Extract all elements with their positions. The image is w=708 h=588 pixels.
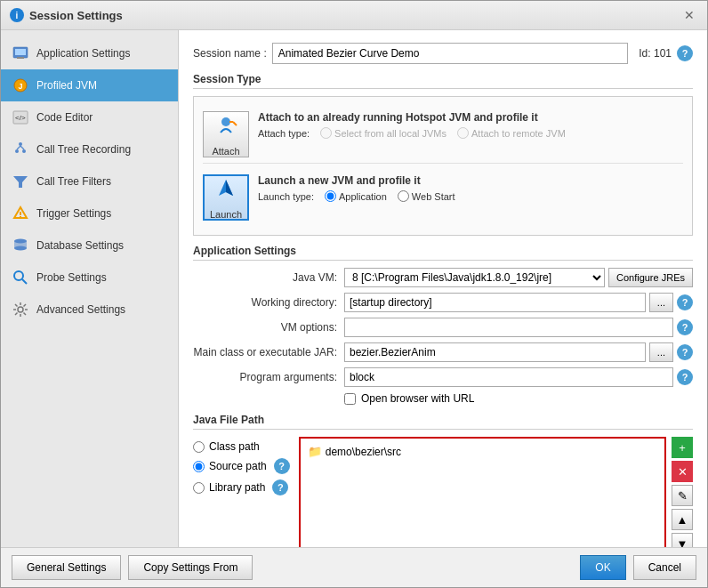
svg-point-10 [15,149,19,153]
sidebar-item-probe-settings[interactable]: Probe Settings [1,262,178,294]
attach-icon [213,113,238,143]
open-browser-row: Open browser with URL [344,392,693,405]
sidebar-item-application-settings[interactable]: Application Settings [1,37,178,69]
sidebar-label-profiled-jvm: Profiled JVM [36,79,97,92]
profiled-jvm-icon: J [12,77,29,94]
launch-icon [213,176,238,206]
launch-radio-application-input[interactable] [325,190,336,202]
library-path-radio-label[interactable]: Library path ? [193,479,290,495]
source-path-help-button[interactable]: ? [274,458,290,474]
program-args-input[interactable] [344,367,673,387]
main-class-help-button[interactable]: ? [677,344,693,360]
session-id-help-button[interactable]: ? [677,45,693,61]
main-class-control: ... ? [344,342,693,362]
edit-path-button[interactable]: ✎ [672,485,693,506]
add-path-button[interactable]: + [672,437,693,458]
app-settings-title: Application Settings [193,245,693,261]
launch-radio-webstart[interactable]: Web Start [398,190,455,202]
sidebar-item-database-settings[interactable]: Database Settings [1,230,178,262]
session-name-row: Session name : Id: 101 ? [193,43,693,64]
sidebar-item-profiled-jvm[interactable]: J Profiled JVM [1,69,178,101]
svg-rect-1 [15,49,26,55]
advanced-settings-icon [12,301,29,318]
svg-rect-2 [17,57,24,59]
sidebar-label-advanced-settings: Advanced Settings [36,303,125,316]
file-path-layout: Class path Source path ? Library path ? [193,437,693,547]
svg-point-18 [14,246,27,251]
path-list[interactable]: 📁 demo\bezier\src [299,437,666,547]
svg-point-22 [221,117,230,126]
svg-point-21 [18,307,23,312]
program-args-help-button[interactable]: ? [677,369,693,385]
working-dir-row: Working directory: ... ? [193,293,693,312]
svg-text:J: J [18,82,22,91]
svg-point-7 [19,142,22,146]
launch-radio-webstart-input[interactable] [398,190,409,202]
main-class-row: Main class or executable JAR: ... ? [193,342,693,362]
sidebar-item-trigger-settings[interactable]: Trigger Settings [1,197,178,230]
library-path-radio[interactable] [193,482,205,494]
footer: General Settings Copy Settings From OK C… [1,547,707,587]
vm-options-control: ? [344,318,693,337]
launch-button[interactable]: Launch [203,174,249,221]
svg-point-19 [14,271,23,280]
footer-left-buttons: General Settings Copy Settings From [12,555,253,580]
dialog-title: Session Settings [29,9,123,22]
general-settings-button[interactable]: General Settings [12,555,121,580]
attach-radio-local-input[interactable] [320,127,332,139]
program-args-row: Program arguments: ? [193,367,693,387]
open-browser-checkbox[interactable] [344,393,356,405]
sidebar: Application Settings J Profiled JVM </> … [1,30,179,547]
main-class-input[interactable] [344,342,646,362]
sidebar-item-call-tree-filters[interactable]: Call Tree Filters [1,165,178,197]
java-vm-select[interactable]: 8 [C:\Program Files\Java\jdk1.8.0_192\jr… [344,268,605,287]
open-browser-label[interactable]: Open browser with URL [361,392,474,405]
java-vm-control: 8 [C:\Program Files\Java\jdk1.8.0_192\jr… [344,268,693,287]
launch-title: Launch a new JVM and profile it [258,174,683,187]
move-down-button[interactable]: ▼ [672,533,693,547]
svg-marker-12 [13,176,28,188]
close-button[interactable]: ✕ [680,6,698,24]
attach-button[interactable]: Attach [203,111,249,157]
source-path-radio-label[interactable]: Source path ? [193,458,290,474]
vm-options-input[interactable] [344,318,673,337]
call-tree-filters-icon [12,173,29,190]
svg-line-9 [20,146,24,149]
vm-options-help-button[interactable]: ? [677,319,693,335]
java-vm-label: Java VM: [193,271,344,284]
launch-row: Launch Launch a new JVM and profile it L… [203,169,683,226]
attach-radio-remote[interactable]: Attach to remote JVM [457,127,566,139]
attach-radio-remote-input[interactable] [457,127,469,139]
path-item: 📁 demo\bezier\src [304,442,661,461]
source-path-radio[interactable] [193,461,205,472]
sidebar-label-call-tree-filters: Call Tree Filters [36,175,111,188]
main-content: Session name : Id: 101 ? Session Type At… [179,30,707,547]
move-up-button[interactable]: ▲ [672,509,693,530]
cancel-button[interactable]: Cancel [633,555,696,580]
sidebar-label-database-settings: Database Settings [36,239,124,252]
remove-path-button[interactable]: ✕ [672,461,693,482]
configure-jres-button[interactable]: Configure JREs [608,268,693,287]
sidebar-item-code-editor[interactable]: </> Code Editor [1,101,178,133]
attach-type-radio-group: Attach type: Select from all local JVMs … [258,127,683,139]
launch-radio-application[interactable]: Application [325,190,387,202]
class-path-radio-label[interactable]: Class path [193,440,290,453]
java-file-path-section: Class path Source path ? Library path ? [193,437,693,547]
working-dir-label: Working directory: [193,296,344,309]
working-dir-browse-button[interactable]: ... [649,293,673,312]
working-dir-input[interactable] [344,293,646,312]
library-path-help-button[interactable]: ? [272,479,288,495]
dialog-icon: i [10,8,24,22]
working-dir-help-button[interactable]: ? [677,294,693,310]
launch-type-label: Launch type: [258,191,314,202]
session-name-input[interactable] [272,43,629,64]
main-class-browse-button[interactable]: ... [649,342,673,362]
ok-button[interactable]: OK [580,555,625,580]
attach-radio-local[interactable]: Select from all local JVMs [320,127,447,139]
copy-settings-from-button[interactable]: Copy Settings From [128,555,253,580]
class-path-radio[interactable] [193,441,205,453]
sidebar-item-call-tree-recording[interactable]: Call Tree Recording [1,133,178,165]
sidebar-item-advanced-settings[interactable]: Advanced Settings [1,294,178,326]
content-area: Application Settings J Profiled JVM </> … [1,30,707,547]
session-name-label: Session name : [193,47,267,60]
